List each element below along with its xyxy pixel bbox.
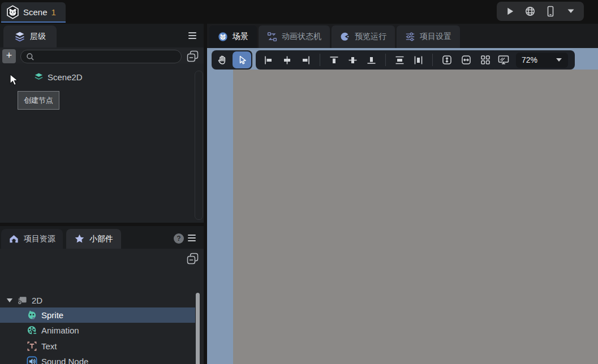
align-left-icon[interactable] <box>264 55 273 65</box>
select-tool-button[interactable] <box>233 51 251 68</box>
toolbar-separator <box>385 54 386 66</box>
state-machine-icon <box>267 32 277 42</box>
distribute-horizontal-icon[interactable] <box>414 55 423 65</box>
tab-animation-state-machine[interactable]: 动画状态机 <box>259 25 330 48</box>
create-node-button[interactable]: + <box>2 49 16 63</box>
tab-animation-label: 动画状态机 <box>282 32 321 42</box>
widget-item-sound-node[interactable]: Sound Node <box>0 354 204 364</box>
sound-node-icon <box>27 356 37 364</box>
scene-viewport[interactable]: 72% <box>207 48 598 364</box>
preview-run-icon <box>340 32 350 42</box>
tab-preview-label: 预览运行 <box>355 32 386 42</box>
sprite-icon <box>27 310 37 320</box>
text-label: Text <box>41 341 57 351</box>
expand-caret-icon[interactable] <box>6 298 13 303</box>
toolbar-align-group <box>256 50 498 70</box>
hierarchy-tabbar: 层级 <box>0 24 204 47</box>
assets-menu-icon[interactable] <box>188 235 196 241</box>
scene-canvas[interactable] <box>233 70 598 364</box>
tab-project-resources[interactable]: 项目资源 <box>1 229 63 249</box>
animation-icon <box>27 325 37 336</box>
align-top-icon[interactable] <box>329 55 339 65</box>
hierarchy-tab-label: 层级 <box>30 32 46 42</box>
settings-sliders-icon <box>405 32 415 42</box>
zoom-caret-icon <box>556 58 562 62</box>
hierarchy-panel: 层级 + <box>0 24 204 223</box>
layers-icon <box>14 31 25 42</box>
hierarchy-tree: Scene2D 创建节点 <box>0 63 204 223</box>
align-bottom-icon[interactable] <box>367 55 376 65</box>
hierarchy-menu-icon[interactable] <box>188 32 196 39</box>
preview-controls <box>497 2 584 21</box>
assets-panel: 项目资源 小部件 ? <box>0 226 204 364</box>
tab-settings-label: 项目设置 <box>420 32 451 42</box>
distribute-vertical-icon[interactable] <box>395 55 405 65</box>
node-scene2d-row[interactable]: Scene2D <box>0 70 195 84</box>
tab-project-settings[interactable]: 项目设置 <box>397 25 460 48</box>
star-icon <box>74 233 85 244</box>
tab-hierarchy[interactable]: 层级 <box>3 25 57 47</box>
toolbar-separator <box>320 54 320 66</box>
animation-label: Animation <box>41 326 79 335</box>
zoom-level-value: 72% <box>522 55 537 64</box>
pan-tool-button[interactable] <box>213 51 231 68</box>
resources-tab-label: 项目资源 <box>24 234 55 244</box>
widget-item-text[interactable]: Text <box>0 339 204 354</box>
align-center-horizontal-icon[interactable] <box>282 55 292 65</box>
tab-scene[interactable]: 场景 <box>209 25 257 48</box>
stretch-horizontal-icon[interactable] <box>461 55 471 65</box>
toolbar-nav-group <box>212 50 252 70</box>
display-resolution-icon[interactable] <box>498 55 509 65</box>
hierarchy-scrollbar-track[interactable] <box>195 71 203 220</box>
2d-group-label: 2D <box>32 296 42 305</box>
widget-item-sprite[interactable]: Sprite <box>0 307 195 323</box>
sound-node-label: Sound Node <box>41 357 88 364</box>
tab-scene-label: 场景 <box>233 32 248 42</box>
text-icon <box>27 341 37 352</box>
create-node-tooltip: 创建节点 <box>18 91 59 110</box>
2d-group-icon <box>17 296 28 306</box>
search-input[interactable] <box>38 52 176 62</box>
play-button[interactable] <box>502 4 517 19</box>
sprite-label: Sprite <box>41 310 63 320</box>
scene-tab-icon <box>218 32 228 42</box>
hierarchy-body: + <box>0 47 204 223</box>
mobile-preview-icon[interactable] <box>543 4 558 19</box>
tab-preview-run[interactable]: 预览运行 <box>332 25 395 48</box>
align-right-icon[interactable] <box>301 55 311 65</box>
tab-widgets[interactable]: 小部件 <box>66 229 121 249</box>
grid-layout-icon[interactable] <box>480 55 491 65</box>
web-preview-icon[interactable] <box>523 4 537 19</box>
house-icon <box>8 233 19 244</box>
search-icon <box>26 53 35 61</box>
toolbar-zoom-group: 72% <box>491 50 575 70</box>
assets-tabbar: 项目资源 小部件 ? <box>0 226 204 249</box>
scene-tab-number: 1 <box>51 7 56 17</box>
app-logo-icon <box>6 5 19 19</box>
collapse-all-icon[interactable] <box>187 50 199 62</box>
top-bar: Scene1 <box>0 0 598 24</box>
zoom-level-dropdown[interactable]: 72% <box>516 53 568 68</box>
scene-document-tab[interactable]: Scene1 <box>1 2 66 23</box>
widget-item-animation[interactable]: Animation <box>0 323 204 338</box>
help-icon[interactable]: ? <box>174 233 184 244</box>
hierarchy-search[interactable] <box>20 50 182 63</box>
more-dropdown-caret-icon[interactable] <box>563 4 578 19</box>
toolbar-separator <box>432 54 433 66</box>
stretch-vertical-icon[interactable] <box>442 55 452 65</box>
widget-group-2d-row[interactable]: 2D <box>0 293 204 308</box>
assets-scrollbar-thumb[interactable] <box>196 293 200 364</box>
widgets-tab-label: 小部件 <box>89 234 113 244</box>
scene-tab-title: Scene <box>23 7 48 17</box>
scene2d-node-icon <box>34 72 44 82</box>
scene2d-node-label: Scene2D <box>48 72 83 82</box>
assets-body: 2D Sprite <box>0 249 204 364</box>
scene-area: 场景 动画状态机 预览运行 <box>207 24 598 364</box>
editor-tabbar: 场景 动画状态机 预览运行 <box>207 24 598 48</box>
collapse-all-icon[interactable] <box>187 253 199 265</box>
align-middle-vertical-icon[interactable] <box>348 55 358 65</box>
